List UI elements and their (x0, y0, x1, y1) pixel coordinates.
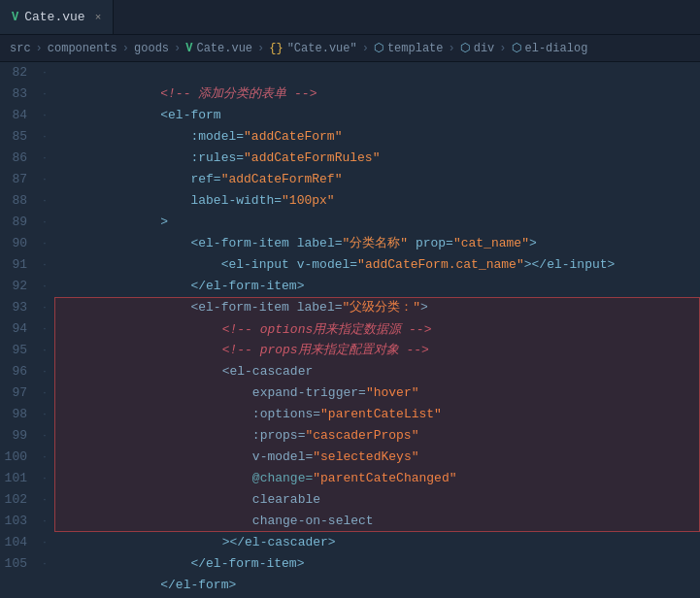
line-num-96: 96 (0, 361, 35, 382)
line-num-85: 85 (0, 126, 35, 148)
line-num-83: 83 (0, 83, 35, 105)
line-num-100: 100 (0, 447, 35, 468)
line-num-87: 87 (0, 169, 35, 190)
tab-bar: V Cate.vue × (0, 0, 700, 35)
vue-file-icon: V (185, 42, 192, 55)
tab-filename: Cate.vue (24, 10, 84, 24)
code-line-98: :props="cascaderProps" (54, 404, 700, 425)
code-line-89: <el-form-item label="分类名称" prop="cat_nam… (54, 212, 700, 233)
code-line-83: <el-form (54, 83, 700, 105)
line-num-84: 84 (0, 105, 35, 126)
breadcrumb-sep-1: › (36, 42, 43, 55)
line-num-104: 104 (0, 532, 35, 553)
breadcrumb-catevue: Cate.vue (196, 42, 252, 55)
code-line-93: <!-- options用来指定数据源 --> (54, 297, 700, 318)
code-line-94: <!-- props用来指定配置对象 --> (54, 318, 700, 340)
code-line-88: > (54, 190, 700, 212)
code-line-96: expand-trigger="hover" (54, 361, 700, 382)
tag-icon-1: ⬡ (374, 41, 383, 55)
breadcrumb-div: div (474, 42, 495, 55)
line-num-95: 95 (0, 340, 35, 361)
breadcrumb-eldialog: el-dialog (525, 42, 588, 55)
breadcrumb-src: src (10, 42, 31, 55)
breadcrumb: src › components › goods › V Cate.vue › … (0, 35, 700, 62)
breadcrumb-sep-7: › (499, 42, 506, 55)
line-num-94: 94 (0, 318, 35, 340)
line-num-86: 86 (0, 148, 35, 169)
breadcrumb-sep-3: › (174, 42, 181, 55)
code-line-95: <el-cascader (54, 340, 700, 361)
breadcrumb-sep-2: › (122, 42, 129, 55)
code-line-102: change-on-select (54, 489, 700, 511)
code-line-87: label-width="100px" (54, 169, 700, 190)
line-num-89: 89 (0, 212, 35, 233)
breadcrumb-catevue-str: "Cate.vue" (287, 42, 357, 55)
line-num-103: 103 (0, 511, 35, 532)
line-num-82: 82 (0, 62, 35, 83)
line-num-93: 93 (0, 297, 35, 318)
line-num-101: 101 (0, 468, 35, 489)
code-line-82: <!-- 添加分类的表单 --> (54, 62, 700, 83)
line-num-91: 91 (0, 254, 35, 276)
code-line-97: :options="parentCateList" (54, 382, 700, 404)
code-line-101: clearable (54, 468, 700, 489)
editor-area: 82 83 84 85 86 87 88 89 90 91 92 93 94 9… (0, 62, 700, 598)
brace-icon: {} (269, 42, 283, 55)
breadcrumb-sep-5: › (362, 42, 369, 55)
line-num-102: 102 (0, 489, 35, 511)
file-tab[interactable]: V Cate.vue × (0, 0, 114, 34)
gutter: · · · · · · · · · · · · · · · · · · · · … (35, 62, 54, 598)
tag-icon-2: ⬡ (460, 41, 470, 55)
line-num-99: 99 (0, 425, 35, 447)
breadcrumb-sep-6: › (449, 42, 455, 55)
code-line-90: <el-input v-model="addCateForm.cat_name"… (54, 233, 700, 254)
line-numbers: 82 83 84 85 86 87 88 89 90 91 92 93 94 9… (0, 62, 35, 598)
line-num-90: 90 (0, 233, 35, 254)
code-line-99: v-model="selectedKeys" (54, 425, 700, 447)
line-num-105: 105 (0, 553, 35, 575)
breadcrumb-template: template (387, 42, 444, 55)
line-num-97: 97 (0, 382, 35, 404)
code-line-104: </el-form-item> (54, 532, 700, 553)
code-line-100: @change="parentCateChanged" (54, 447, 700, 468)
code-line-105: </el-form> (54, 553, 700, 575)
line-num-98: 98 (0, 404, 35, 425)
breadcrumb-components: components (48, 42, 117, 55)
vue-icon: V (12, 11, 18, 24)
code-line-91: </el-form-item> (54, 254, 700, 276)
tab-close-button[interactable]: × (95, 12, 102, 23)
code-line-85: :rules="addCateFormRules" (54, 126, 700, 148)
breadcrumb-sep-4: › (257, 42, 264, 55)
code-line-103: ></el-cascader> (54, 511, 700, 532)
breadcrumb-goods: goods (134, 42, 169, 55)
line-num-92: 92 (0, 276, 35, 297)
code-line-92: <el-form-item label="父级分类："> (54, 276, 700, 297)
code-area: <!-- 添加分类的表单 --> <el-form :model="addCat… (54, 62, 700, 598)
code-line-86: ref="addCateFormRef" (54, 148, 700, 169)
line-num-88: 88 (0, 190, 35, 212)
tag-icon-3: ⬡ (512, 41, 521, 55)
code-line-84: :model="addCateForm" (54, 105, 700, 126)
